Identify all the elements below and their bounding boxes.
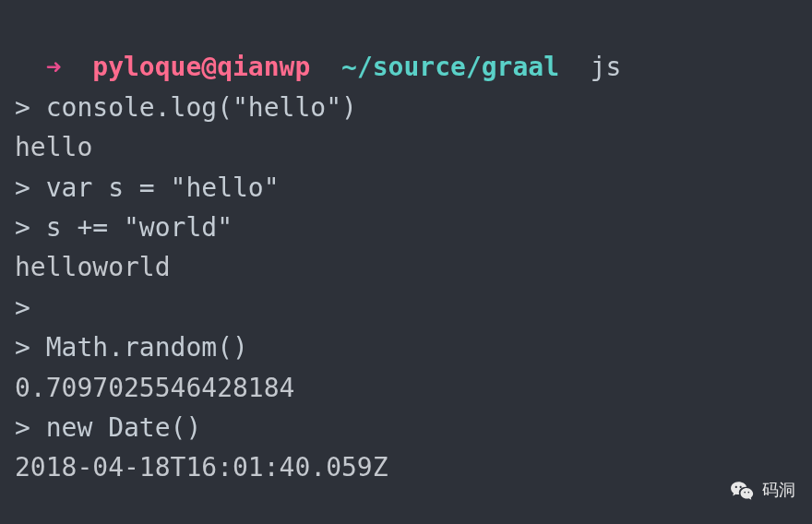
repl-output: helloworld <box>15 247 797 287</box>
repl-prompt: > <box>15 212 46 243</box>
arrow-icon: ➜ <box>46 52 62 82</box>
repl-input[interactable]: console.log("hello") <box>46 92 357 123</box>
repl-prompt: > <box>15 92 46 123</box>
shell-prompt-line: ➜ pyloque@qianwp ~/source/graal js <box>15 7 797 88</box>
repl-input[interactable]: Math.random() <box>46 332 248 363</box>
repl-prompt: > <box>15 412 46 443</box>
repl-line[interactable]: > console.log("hello") <box>15 88 797 127</box>
shell-command: js <box>591 52 622 82</box>
working-dir: ~/source/graal <box>341 52 559 82</box>
wechat-icon <box>729 478 755 504</box>
watermark: 码洞 <box>729 478 795 504</box>
repl-prompt: > <box>15 332 46 363</box>
repl-line[interactable]: > var s = "hello" <box>15 168 797 208</box>
repl-line[interactable]: > s += "world" <box>15 208 797 247</box>
watermark-label: 码洞 <box>762 478 795 504</box>
repl-output: 0.7097025546428184 <box>15 368 797 408</box>
repl-input[interactable]: var s = "hello" <box>46 173 280 203</box>
repl-input[interactable]: new Date() <box>46 412 202 443</box>
repl-input[interactable]: s += "world" <box>46 212 233 243</box>
repl-output: hello <box>15 127 797 167</box>
user-host: pyloque@qianwp <box>92 52 310 82</box>
repl-prompt: > <box>15 173 46 203</box>
repl-output: 2018-04-18T16:01:40.059Z <box>15 447 797 487</box>
repl-prompt: > <box>15 292 46 323</box>
repl-line[interactable]: > new Date() <box>15 408 797 447</box>
repl-line[interactable]: > <box>15 288 797 328</box>
repl-line[interactable]: > Math.random() <box>15 328 797 367</box>
